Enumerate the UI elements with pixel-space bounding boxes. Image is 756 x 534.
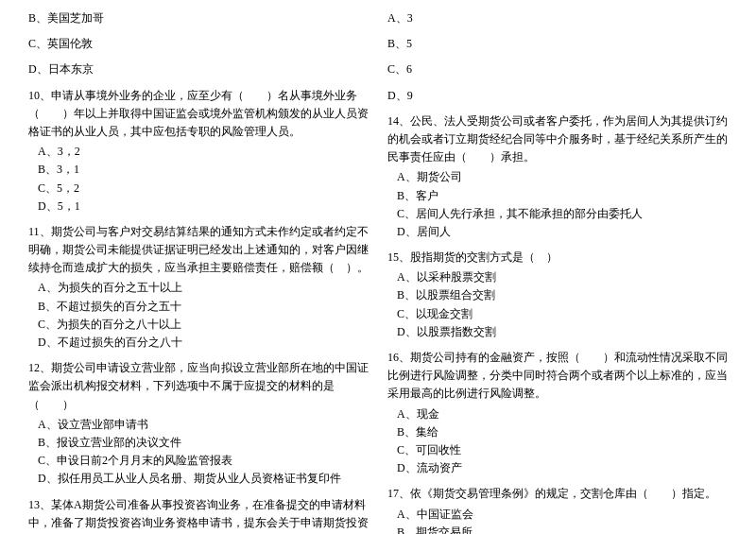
q16-text: 16、期货公司持有的金融资产，按照（ ）和流动性情况采取不同比例进行风险调整，分… <box>387 349 728 404</box>
q15-option-a: A、以采种股票交割 <box>397 268 728 286</box>
left-option-c: C、英国伦敦 <box>28 35 369 53</box>
right-option-a: A、3 <box>387 9 728 27</box>
q12-options: A、设立营业部申请书 B、报设立营业部的决议文件 C、申设日前2个月月末的风险监… <box>38 416 369 489</box>
question-10: 10、申请从事境外业务的企业，应至少有（ ）名从事境外业务（ ）年以上并取得中国… <box>28 87 369 215</box>
right-column: A、3 B、5 C、6 D、9 14、公民、法人受期货公司或者客户委托，作为居间… <box>387 9 728 534</box>
q15-option-b: B、以股票组合交割 <box>397 286 728 304</box>
q15-option-c: C、以现金交割 <box>397 305 728 323</box>
right-option-b: B、5 <box>387 35 728 53</box>
q17-text: 17、依《期货交易管理条例》的规定，交割仓库由（ ）指定。 <box>387 485 728 503</box>
q16-option-c: C、可回收性 <box>397 441 728 459</box>
q17-option-a: A、中国证监会 <box>397 506 728 524</box>
right-option-c: C、6 <box>387 60 728 78</box>
question-17: 17、依《期货交易管理条例》的规定，交割仓库由（ ）指定。 A、中国证监会 B、… <box>387 485 728 534</box>
q12-option-d: D、拟任用员工从业人员名册、期货从业人员资格证书复印件 <box>38 470 369 488</box>
q12-option-c: C、申设日前2个月月末的风险监管报表 <box>38 452 369 470</box>
q11-text: 11、期货公司与客户对交易结算结果的通知方式未作约定或者约定不明确，期货公司未能… <box>28 223 369 278</box>
q10-option-b: B、3，1 <box>38 161 369 179</box>
q13-text: 13、某体A期货公司准备从事投资咨询业务，在准备提交的申请材料中，准备了期货投资… <box>28 496 369 535</box>
left-option-b: B、美国芝加哥 <box>28 9 369 27</box>
q17-options: A、中国证监会 B、期货交易所 C、期货公司 D、客户 <box>397 506 728 535</box>
q11-option-d: D、不超过损失的百分之八十 <box>38 334 369 352</box>
q17-option-b: B、期货交易所 <box>397 524 728 534</box>
left-d-text: D、日本东京 <box>28 60 369 78</box>
q12-option-a: A、设立营业部申请书 <box>38 416 369 434</box>
q14-option-b: B、客户 <box>397 187 728 205</box>
question-15: 15、股指期货的交割方式是（ ） A、以采种股票交割 B、以股票组合交割 C、以… <box>387 249 728 341</box>
q10-option-c: C、5，2 <box>38 180 369 198</box>
q11-option-c: C、为损失的百分之八十以上 <box>38 316 369 334</box>
q16-options: A、现金 B、集给 C、可回收性 D、流动资产 <box>397 405 728 478</box>
left-column: B、美国芝加哥 C、英国伦敦 D、日本东京 10、申请从事境外业务的企业，应至少… <box>28 9 369 534</box>
right-d-text: D、9 <box>387 87 728 105</box>
left-b-text: B、美国芝加哥 <box>28 9 369 27</box>
q11-option-a: A、为损失的百分之五十以上 <box>38 279 369 297</box>
left-option-d: D、日本东京 <box>28 60 369 78</box>
q11-option-b: B、不超过损失的百分之五十 <box>38 298 369 316</box>
q16-option-b: B、集给 <box>397 423 728 441</box>
question-16: 16、期货公司持有的金融资产，按照（ ）和流动性情况采取不同比例进行风险调整，分… <box>387 349 728 477</box>
q14-options: A、期货公司 B、客户 C、居间人先行承担，其不能承担的部分由委托人 D、居间人 <box>397 168 728 241</box>
right-c-text: C、6 <box>387 60 728 78</box>
left-c-text: C、英国伦敦 <box>28 35 369 53</box>
question-14: 14、公民、法人受期货公司或者客户委托，作为居间人为其提供订约的机会或者订立期货… <box>387 112 728 241</box>
q16-option-a: A、现金 <box>397 405 728 423</box>
q12-text: 12、期货公司申请设立营业部，应当向拟设立营业部所在地的中国证监会派出机构报交材… <box>28 359 369 414</box>
q12-option-b: B、报设立营业部的决议文件 <box>38 434 369 452</box>
question-13: 13、某体A期货公司准备从事投资咨询业务，在准备提交的申请材料中，准备了期货投资… <box>28 496 369 535</box>
q15-options: A、以采种股票交割 B、以股票组合交割 C、以现金交割 D、以股票指数交割 <box>397 268 728 341</box>
q10-option-d: D、5，1 <box>38 198 369 215</box>
q16-option-d: D、流动资产 <box>397 459 728 477</box>
q14-option-d: D、居间人 <box>397 223 728 241</box>
q15-option-d: D、以股票指数交割 <box>397 323 728 341</box>
q14-option-a: A、期货公司 <box>397 168 728 186</box>
right-option-d: D、9 <box>387 87 728 105</box>
two-column-layout: B、美国芝加哥 C、英国伦敦 D、日本东京 10、申请从事境外业务的企业，应至少… <box>28 9 728 534</box>
q10-options: A、3，2 B、3，1 C、5，2 D、5，1 <box>38 143 369 215</box>
right-a-text: A、3 <box>387 9 728 27</box>
q10-text: 10、申请从事境外业务的企业，应至少有（ ）名从事境外业务（ ）年以上并取得中国… <box>28 87 369 142</box>
q15-text: 15、股指期货的交割方式是（ ） <box>387 249 728 267</box>
right-b-text: B、5 <box>387 35 728 53</box>
page: B、美国芝加哥 C、英国伦敦 D、日本东京 10、申请从事境外业务的企业，应至少… <box>28 9 728 534</box>
q14-option-c: C、居间人先行承担，其不能承担的部分由委托人 <box>397 205 728 223</box>
q10-option-a: A、3，2 <box>38 143 369 161</box>
q14-text: 14、公民、法人受期货公司或者客户委托，作为居间人为其提供订约的机会或者订立期货… <box>387 112 728 167</box>
question-11: 11、期货公司与客户对交易结算结果的通知方式未作约定或者约定不明确，期货公司未能… <box>28 223 369 352</box>
question-12: 12、期货公司申请设立营业部，应当向拟设立营业部所在地的中国证监会派出机构报交材… <box>28 359 369 488</box>
q11-options: A、为损失的百分之五十以上 B、不超过损失的百分之五十 C、为损失的百分之八十以… <box>38 279 369 352</box>
